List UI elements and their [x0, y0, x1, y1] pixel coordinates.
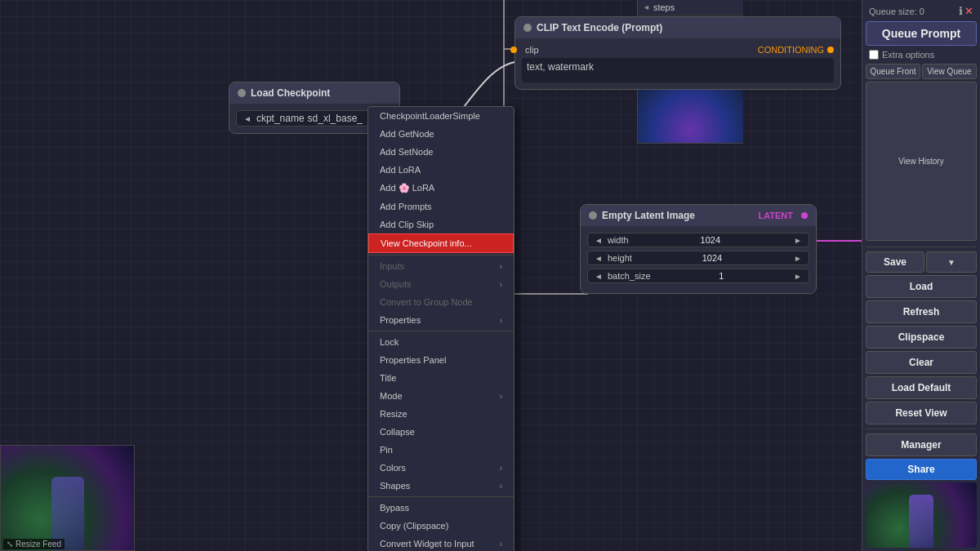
- width-value: 1024: [632, 235, 790, 245]
- height-input-row[interactable]: ◄ height 1024 ►: [587, 251, 809, 265]
- queue-prompt-button[interactable]: Queue Prompt: [866, 21, 977, 46]
- clip-node-dot: [523, 24, 532, 32]
- close-icon[interactable]: ✕: [964, 5, 973, 17]
- ctx-add-lora[interactable]: Add LoRA: [368, 161, 514, 179]
- latent-body: ◄ width 1024 ► ◄ height 1024 ► ◄ batch_s…: [581, 226, 816, 293]
- ctx-colors-arrow: ›: [500, 464, 502, 473]
- clip-text-area[interactable]: text, watermark: [522, 58, 834, 82]
- clipspace-button[interactable]: Clipspace: [866, 326, 977, 349]
- height-label: height: [608, 253, 632, 263]
- ctx-add-lora-emoji[interactable]: Add 🌸 LoRA: [368, 179, 514, 198]
- right-panel: Queue size: 0 ℹ ✕ Queue Prompt Extra opt…: [862, 0, 980, 551]
- batch-input-row[interactable]: ◄ batch_size 1 ►: [587, 269, 809, 283]
- ctx-add-clip-skip[interactable]: Add Clip Skip: [368, 216, 514, 233]
- ctx-copy-clipspace[interactable]: Copy (Clipspace): [368, 517, 514, 535]
- extra-options-row: Extra options: [866, 48, 977, 61]
- view-history-button[interactable]: View History: [866, 82, 977, 241]
- ctx-mode-arrow: ›: [500, 392, 502, 401]
- share-button[interactable]: Share: [866, 459, 977, 480]
- view-queue-button[interactable]: View Queue: [922, 64, 977, 79]
- resize-feed-label: Resize Feed: [16, 540, 61, 549]
- ctx-convert-widget-arrow: ›: [500, 540, 502, 549]
- save-load-row: Save ▼: [866, 251, 977, 273]
- clip-input-label: clip: [525, 45, 539, 55]
- canvas-area[interactable]: ◄ steps ◄ cfg ◄ sampler_name ◄ scheduler…: [0, 0, 862, 551]
- clip-node: CLIP Text Encode (Prompt) clip CONDITION…: [514, 16, 841, 90]
- clip-text-value: text, watermark: [527, 61, 594, 73]
- width-next-btn[interactable]: ►: [792, 236, 804, 245]
- height-next-btn[interactable]: ►: [792, 254, 804, 263]
- ctx-outputs[interactable]: Outputs ›: [368, 275, 514, 293]
- extra-options-checkbox[interactable]: [869, 50, 879, 60]
- refresh-button[interactable]: Refresh: [866, 300, 977, 323]
- ckpt-field-label: ckpt_name: [256, 113, 305, 124]
- ctx-add-prompts[interactable]: Add Prompts: [368, 198, 514, 216]
- width-input-row[interactable]: ◄ width 1024 ►: [587, 233, 809, 247]
- ctx-view-checkpoint-info[interactable]: View Checkpoint info...: [368, 233, 514, 253]
- latent-node: Empty Latent Image LATENT ◄ width 1024 ►…: [580, 204, 817, 294]
- width-field: ◄ width 1024 ►: [587, 233, 809, 247]
- resize-feed-bar[interactable]: ⤡ Resize Feed: [3, 539, 65, 549]
- ctx-mode[interactable]: Mode ›: [368, 387, 514, 405]
- conditioning-connector-out: [827, 47, 834, 53]
- load-default-button[interactable]: Load Default: [866, 376, 977, 399]
- ctx-collapse[interactable]: Collapse: [368, 423, 514, 441]
- width-label: width: [608, 235, 629, 245]
- steps-arrow-icon: ◄: [643, 3, 650, 11]
- save-button[interactable]: Save: [866, 251, 924, 273]
- latent-dot: [589, 211, 597, 220]
- queue-size-row: Queue size: 0 ℹ ✕: [866, 3, 977, 19]
- bottom-right-thumbnail: [866, 482, 977, 548]
- queue-size-label: Queue size: 0: [869, 7, 924, 16]
- clip-field: clip CONDITIONING: [522, 45, 834, 55]
- divider-1: [866, 247, 977, 247]
- clip-node-header: CLIP Text Encode (Prompt): [515, 17, 840, 38]
- steps-row[interactable]: ◄ steps: [638, 0, 743, 16]
- clip-node-title: CLIP Text Encode (Prompt): [537, 22, 662, 33]
- divider-2: [866, 429, 977, 429]
- ctx-convert-widget[interactable]: Convert Widget to Input ›: [368, 535, 514, 551]
- ctx-shapes[interactable]: Shapes ›: [368, 477, 514, 495]
- height-prev-btn[interactable]: ◄: [593, 254, 604, 263]
- height-field: ◄ height 1024 ►: [587, 251, 809, 265]
- latent-output-label: LATENT: [758, 211, 793, 220]
- ctx-inputs[interactable]: Inputs ›: [368, 257, 514, 275]
- reset-view-button[interactable]: Reset View: [866, 402, 977, 424]
- manager-button[interactable]: Manager: [866, 433, 977, 456]
- load-button[interactable]: Load: [866, 275, 977, 298]
- ctx-outputs-arrow: ›: [500, 280, 502, 289]
- queue-front-button[interactable]: Queue Front: [866, 64, 920, 79]
- ctx-title[interactable]: Title: [368, 369, 514, 387]
- ctx-convert-group: Convert to Group Node: [368, 293, 514, 311]
- context-menu: CheckpointLoaderSimple Add GetNode Add S…: [368, 106, 514, 551]
- latent-connector-out: [801, 212, 808, 219]
- checkpoint-header: Load Checkpoint: [229, 82, 399, 104]
- ctx-sep-3: [368, 496, 514, 497]
- clip-connector-in: [510, 47, 517, 53]
- ckpt-prev-btn[interactable]: ◄: [242, 114, 253, 123]
- ctx-properties[interactable]: Properties ›: [368, 311, 514, 329]
- ctx-sep-1: [368, 255, 514, 256]
- width-prev-btn[interactable]: ◄: [593, 236, 604, 245]
- resize-icon: ⤡: [7, 540, 13, 549]
- ckpt-field-value: sd_xl_base_: [308, 113, 363, 124]
- ctx-checkpoint-loader[interactable]: CheckpointLoaderSimple: [368, 107, 514, 125]
- ctx-colors[interactable]: Colors ›: [368, 459, 514, 477]
- save-dropdown-btn[interactable]: ▼: [926, 251, 977, 273]
- info-icon[interactable]: ℹ: [959, 5, 963, 17]
- ctx-lock[interactable]: Lock: [368, 333, 514, 351]
- ctx-pin[interactable]: Pin: [368, 441, 514, 459]
- ctx-add-getnode[interactable]: Add GetNode: [368, 125, 514, 143]
- clear-button[interactable]: Clear: [866, 351, 977, 374]
- ctx-properties-arrow: ›: [500, 316, 502, 325]
- ctx-bypass[interactable]: Bypass: [368, 499, 514, 517]
- ctx-add-setnode[interactable]: Add SetNode: [368, 143, 514, 161]
- ctx-shapes-arrow: ›: [500, 482, 502, 491]
- batch-next-btn[interactable]: ►: [792, 272, 804, 281]
- batch-field: ◄ batch_size 1 ►: [587, 269, 809, 283]
- ctx-sep-2: [368, 331, 514, 331]
- ctx-resize[interactable]: Resize: [368, 405, 514, 423]
- batch-prev-btn[interactable]: ◄: [593, 272, 604, 281]
- ctx-properties-panel[interactable]: Properties Panel: [368, 351, 514, 369]
- batch-label: batch_size: [608, 271, 651, 281]
